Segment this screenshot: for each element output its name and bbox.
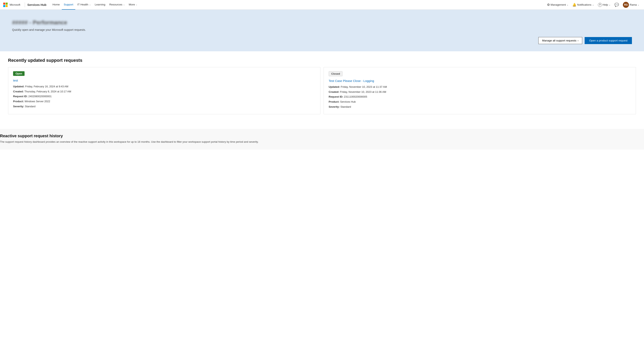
- card-1-updated-value: Friday, February 16, 2024 at 9:43 AM: [25, 85, 68, 88]
- user-name: Rama: [630, 3, 637, 6]
- manage-requests-button[interactable]: Manage all support requests ›: [538, 37, 582, 44]
- reactive-title: Reactive support request history: [0, 134, 644, 138]
- updated-label: Updated:: [13, 85, 24, 88]
- hero-title: ##### - Performance: [12, 19, 632, 26]
- avatar: RG: [623, 2, 629, 8]
- nav-item-more[interactable]: More ⌄: [127, 0, 140, 10]
- card-1-updated: Updated: Friday, February 16, 2024 at 9:…: [13, 84, 315, 89]
- hero-subtitle: Quickly open and manage your Microsoft s…: [12, 28, 632, 32]
- section-title: Recently updated support requests: [8, 58, 636, 63]
- product-label: Product:: [13, 100, 24, 103]
- nav-brand: Services Hub: [27, 3, 46, 6]
- open-request-button[interactable]: Open a product support request: [585, 37, 632, 44]
- notifications-label: Notifications: [577, 3, 592, 6]
- arrow-right-icon: ›: [578, 39, 578, 42]
- card-1-created-value: Thursday, February 8, 2024 at 10:17 AM: [24, 90, 71, 93]
- status-badge-closed: Closed: [329, 71, 342, 76]
- card-1-request-id-value: 2402080020000001: [28, 95, 52, 98]
- card-2-product-value: Services Hub: [340, 100, 356, 103]
- open-request-label: Open a product support request: [589, 39, 628, 42]
- created-label: Created:: [13, 90, 24, 93]
- support-card-1: Open test Updated: Friday, February 16, …: [8, 67, 320, 114]
- help-label: Help: [603, 3, 608, 6]
- product-label-2: Product:: [329, 100, 339, 103]
- card-1-severity-value: Standard: [25, 105, 36, 108]
- nav-item-support[interactable]: Support: [62, 0, 75, 10]
- management-label: Management: [550, 3, 566, 6]
- hero-section: ##### - Performance Quickly open and man…: [0, 10, 644, 51]
- nav-more-label: More: [129, 3, 135, 6]
- card-2-updated: Updated: Friday, November 10, 2023 at 11…: [329, 84, 631, 90]
- severity-label-2: Severity:: [329, 105, 340, 108]
- created-label-2: Created:: [329, 90, 339, 94]
- help-chevron-icon: ⌄: [609, 4, 610, 6]
- card-2-updated-value: Friday, November 10, 2023 at 11:37 AM: [341, 85, 387, 88]
- card-2-request-id-value: 2311100020000005: [344, 95, 367, 98]
- help-circle-icon: ?: [598, 3, 602, 7]
- severity-label: Severity:: [13, 105, 24, 108]
- notifications-menu[interactable]: 🔔 Notifications ⌄: [571, 0, 596, 10]
- main-content: Recently updated support requests Open t…: [0, 51, 644, 129]
- nav-home-label: Home: [52, 3, 60, 6]
- chat-button[interactable]: 💬: [613, 0, 620, 10]
- card-1-request-id: Request ID: 2402080020000001: [13, 94, 315, 99]
- bell-icon: 🔔: [572, 3, 576, 7]
- support-card-2: Closed Test Case Please Close - Logging …: [324, 67, 636, 114]
- notifications-chevron-icon: ⌄: [592, 4, 594, 6]
- card-2-created-value: Friday, November 10, 2023 at 11:36 AM: [340, 90, 386, 94]
- gear-icon: ⚙: [547, 3, 550, 7]
- navigation: Microsoft Services Hub Home Support IT H…: [0, 0, 644, 10]
- microsoft-wordmark: Microsoft: [10, 3, 20, 6]
- user-chevron-icon: ⌄: [638, 4, 639, 6]
- card-2-request-id: Request ID: 2311100020000005: [329, 94, 631, 100]
- nav-logo[interactable]: Microsoft: [3, 2, 20, 7]
- card-2-meta: Updated: Friday, November 10, 2023 at 11…: [329, 84, 631, 109]
- card-1-product-value: Windows Server 2022: [24, 100, 50, 103]
- card-1-title-link[interactable]: test: [13, 79, 315, 82]
- hero-actions: Manage all support requests › Open a pro…: [12, 37, 632, 44]
- card-2-severity-value: Standard: [340, 105, 351, 108]
- card-1-meta: Updated: Friday, February 16, 2024 at 9:…: [13, 84, 315, 109]
- updated-label-2: Updated:: [329, 85, 340, 88]
- card-1-severity: Severity: Standard: [13, 104, 315, 109]
- nav-item-learning[interactable]: Learning: [93, 0, 108, 10]
- card-2-severity: Severity: Standard: [329, 104, 631, 110]
- nav-item-ithealth[interactable]: IT Health ⌄: [75, 0, 93, 10]
- nav-ithealth-label: IT Health: [77, 3, 88, 6]
- status-badge-open: Open: [13, 71, 24, 76]
- card-2-created: Created: Friday, November 10, 2023 at 11…: [329, 90, 631, 94]
- nav-right: ⚙ Management ⌄ 🔔 Notifications ⌄ ? Help …: [546, 0, 641, 10]
- nav-divider: [25, 2, 25, 7]
- help-menu[interactable]: ? Help ⌄: [596, 0, 612, 10]
- card-1-product: Product: Windows Server 2022: [13, 99, 315, 104]
- manage-requests-label: Manage all support requests: [542, 39, 576, 42]
- user-profile-menu[interactable]: RG Rama ⌄: [621, 0, 641, 10]
- more-chevron-icon: ⌄: [136, 4, 137, 6]
- reactive-section: Reactive support request history The sup…: [0, 129, 644, 150]
- chat-icon: 💬: [614, 2, 619, 7]
- request-id-label-2: Request ID:: [329, 95, 343, 98]
- nav-support-label: Support: [64, 3, 73, 6]
- card-2-product: Product: Services Hub: [329, 100, 631, 104]
- nav-resources-label: Resources: [109, 3, 122, 6]
- nav-learning-label: Learning: [95, 3, 106, 6]
- resources-chevron-icon: ⌄: [123, 4, 125, 6]
- microsoft-logo: [3, 2, 8, 7]
- request-id-label: Request ID:: [13, 95, 28, 98]
- management-chevron-icon: ⌄: [567, 4, 568, 6]
- card-1-created: Created: Thursday, February 8, 2024 at 1…: [13, 89, 315, 94]
- nav-item-home[interactable]: Home: [50, 0, 62, 10]
- nav-links: Home Support IT Health ⌄ Learning Resour…: [50, 0, 546, 10]
- management-menu[interactable]: ⚙ Management ⌄: [546, 0, 570, 10]
- reactive-description: The support request history dashboard pr…: [0, 140, 612, 144]
- ithealth-chevron-icon: ⌄: [89, 4, 91, 6]
- nav-item-resources[interactable]: Resources ⌄: [107, 0, 127, 10]
- cards-row: Open test Updated: Friday, February 16, …: [8, 67, 636, 114]
- card-2-title-link[interactable]: Test Case Please Close - Logging: [329, 79, 631, 82]
